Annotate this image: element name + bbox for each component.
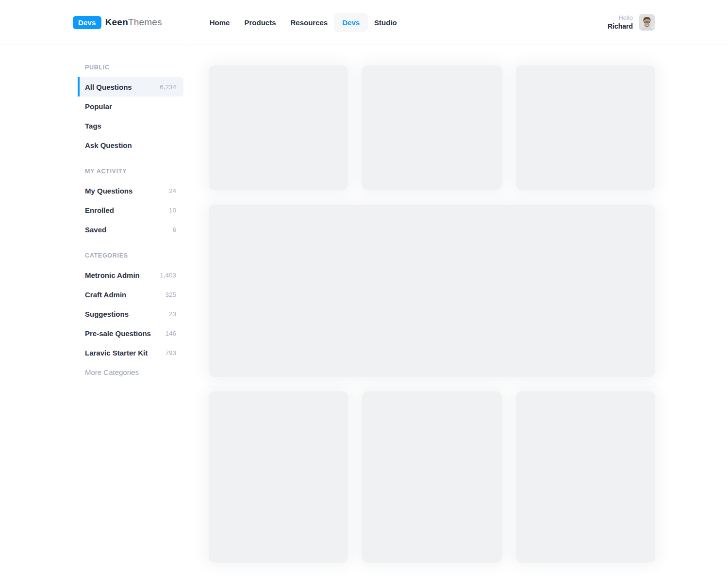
sidebar-heading-categories: CATEGORIES xyxy=(78,252,188,259)
sidebar-heading-public: PUBLIC xyxy=(78,64,188,71)
sidebar-section-public: PUBLIC All Questions 6,234 Popular Tags … xyxy=(78,64,188,155)
sidebar-item-count: 10 xyxy=(169,207,176,214)
nav-item-resources[interactable]: Resources xyxy=(290,18,328,27)
placeholder-card xyxy=(209,65,348,190)
sidebar-item-enrolled[interactable]: Enrolled 10 xyxy=(78,200,183,220)
top-header: Devs KeenThemes Home Products Resources … xyxy=(0,0,728,45)
sidebar-section-categories: CATEGORIES Metronic Admin 1,403 Craft Ad… xyxy=(78,252,188,382)
placeholder-card xyxy=(362,391,501,563)
sidebar-item-metronic-admin[interactable]: Metronic Admin 1,403 xyxy=(78,265,183,285)
brand-name-bold: Keen xyxy=(105,17,128,27)
nav-item-home[interactable]: Home xyxy=(210,18,230,27)
nav-item-studio[interactable]: Studio xyxy=(374,18,397,27)
placeholder-card xyxy=(516,65,655,190)
page-body: PUBLIC All Questions 6,234 Popular Tags … xyxy=(0,45,728,582)
avatar-image xyxy=(639,14,655,31)
nav-item-devs[interactable]: Devs xyxy=(334,13,368,32)
header-user-area: Hello Richard xyxy=(608,14,655,31)
sidebar-item-count: 793 xyxy=(165,349,176,356)
sidebar-item-suggestions[interactable]: Suggestions 23 xyxy=(78,304,183,323)
sidebar-item-laravic-starter-kit[interactable]: Laravic Starter Kit 793 xyxy=(78,343,183,362)
nav-item-products[interactable]: Products xyxy=(244,18,276,27)
sidebar-item-count: 6 xyxy=(172,226,176,233)
user-name: Richard xyxy=(608,22,633,31)
brand-name-light: Themes xyxy=(128,17,162,27)
sidebar-item-craft-admin[interactable]: Craft Admin 325 xyxy=(78,285,183,304)
sidebar-heading-my-activity: MY ACTIVITY xyxy=(78,168,188,175)
brand-badge: Devs xyxy=(73,16,101,29)
sidebar-item-count: 146 xyxy=(165,330,176,337)
sidebar-item-label: My Questions xyxy=(85,187,132,195)
avatar[interactable] xyxy=(639,14,655,31)
sidebar-item-label: Tags xyxy=(85,122,101,130)
sidebar-item-count: 23 xyxy=(169,310,176,318)
sidebar-item-count: 6,234 xyxy=(160,83,176,91)
sidebar-item-my-questions[interactable]: My Questions 24 xyxy=(78,181,183,200)
sidebar-item-label: Pre-sale Questions xyxy=(85,329,151,338)
placeholder-card xyxy=(209,391,348,563)
placeholder-row-top xyxy=(209,65,655,190)
placeholder-card xyxy=(516,391,655,563)
placeholder-card xyxy=(362,65,501,190)
main-content xyxy=(188,45,728,582)
sidebar-item-count: 325 xyxy=(165,291,176,298)
placeholder-row-bottom xyxy=(209,391,655,563)
sidebar-item-label: Metronic Admin xyxy=(85,271,140,279)
placeholder-card-wide xyxy=(209,205,655,377)
sidebar-item-label: More Categories xyxy=(85,368,139,376)
sidebar-item-all-questions[interactable]: All Questions 6,234 xyxy=(78,77,183,97)
sidebar-item-label: Saved xyxy=(85,226,106,234)
user-greeting: Hello Richard xyxy=(608,14,633,31)
sidebar: PUBLIC All Questions 6,234 Popular Tags … xyxy=(73,45,188,582)
sidebar-item-label: Laravic Starter Kit xyxy=(85,349,148,357)
sidebar-section-my-activity: MY ACTIVITY My Questions 24 Enrolled 10 … xyxy=(78,168,188,239)
sidebar-item-saved[interactable]: Saved 6 xyxy=(78,220,183,239)
sidebar-item-label: All Questions xyxy=(85,83,132,91)
sidebar-item-count: 24 xyxy=(169,187,176,194)
sidebar-item-label: Popular xyxy=(85,102,112,111)
sidebar-item-label: Craft Admin xyxy=(85,291,126,299)
sidebar-item-count: 1,403 xyxy=(160,272,176,279)
sidebar-item-ask-question[interactable]: Ask Question xyxy=(78,135,183,155)
sidebar-item-label: Enrolled xyxy=(85,206,114,214)
sidebar-item-tags[interactable]: Tags xyxy=(78,116,183,135)
sidebar-item-label: Ask Question xyxy=(85,141,132,149)
main-nav: Home Products Resources Devs Studio xyxy=(210,13,397,32)
sidebar-item-pre-sale-questions[interactable]: Pre-sale Questions 146 xyxy=(78,323,183,343)
brand-logo[interactable]: Devs KeenThemes xyxy=(73,16,162,29)
greeting-text: Hello xyxy=(608,14,633,22)
sidebar-item-more-categories[interactable]: More Categories xyxy=(78,362,183,382)
sidebar-item-popular[interactable]: Popular xyxy=(78,97,183,116)
brand-name: KeenThemes xyxy=(105,17,162,28)
sidebar-item-label: Suggestions xyxy=(85,310,129,318)
